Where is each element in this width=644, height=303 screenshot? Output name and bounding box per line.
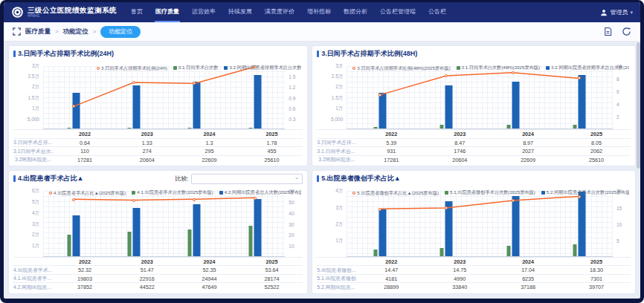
compare-label: 比较: (175, 175, 188, 183)
right-axis-tick: 4 (616, 102, 619, 107)
table-row: 2022202320242025 (317, 257, 631, 266)
legend-item[interactable]: 4.1.出院患者手术台次数(2025发布版) (132, 189, 213, 196)
table-row: 2022202320242025 (317, 129, 631, 138)
right-axis: 108642 (613, 66, 631, 129)
left-axis-tick: 2.5万 (28, 74, 39, 80)
left-axis-tick: 6万 (32, 188, 39, 195)
right-axis-tick: 50 (289, 200, 294, 205)
breadcrumb-item-function-positioning[interactable]: 功能定位 (63, 27, 88, 36)
chart-panel-discharged-surgery-ratio: 4.出院患者手术占比▲ 比较: ⌄ 4.出院患者手术占比▲(2025发布版)4.… (8, 170, 308, 294)
left-axis: 6万5万4万3万2万1万 (13, 191, 43, 257)
nav-item-medical-quality[interactable]: 医疗质量 (155, 2, 180, 22)
nav-item-bulletin-admin[interactable]: 公告栏管理端 (379, 2, 416, 22)
row-label: 4.出院患者手术... (13, 267, 54, 274)
line-data-point (445, 206, 448, 209)
right-axis-tick: 15 (616, 205, 622, 210)
row-label: 3.1日间手术台次... (13, 148, 54, 155)
bar-series-marker (132, 191, 135, 195)
nav-item-data-analysis[interactable]: 数据分析 (343, 2, 368, 22)
legend-item[interactable]: 3.日间手术占排期手术比例(24H) (97, 65, 167, 72)
legend-item[interactable]: 5.2.同期出院患者手术台次数(2025发布版)(含介入操作) (541, 189, 629, 196)
legend-label: 3.日间手术占排期手术比例(24H) (101, 65, 167, 72)
breadcrumb-separator: > (93, 28, 97, 35)
chart-legend: 3.日间手术占排期手术比例(24H)3.1.日间手术台次数3.2.同期出院患者排… (43, 59, 301, 73)
chart-panel-day-surgery-48h: 3.日间手术占排期手术比例(48H) 3.日间手术占排期手术比例(48H)(20… (312, 45, 636, 166)
legend-item[interactable]: 5.1.出院患者微创手术台次数(2025发布版) (445, 189, 535, 196)
nav-item-sustainable-development[interactable]: 持续发展 (228, 2, 253, 22)
fullscreen-icon[interactable] (13, 27, 21, 36)
table-cell: 52522 (241, 284, 303, 290)
legend-item[interactable]: 4.2.同期出院患者总人次数(2025发布版) (219, 189, 302, 196)
nav-item-operation-efficiency[interactable]: 运营效率 (191, 2, 216, 22)
left-axis-tick: 2万 (32, 84, 39, 91)
table-cell: 2022 (54, 131, 116, 137)
table-cell: 2062 (562, 148, 631, 154)
table-cell: 1.33 (116, 140, 178, 146)
table-cell: 2023 (425, 131, 494, 137)
table-cell: 52.32 (54, 267, 116, 273)
chart-title: 3.日间手术占排期手术比例(24H) (18, 49, 114, 59)
table-cell: 22609 (178, 157, 241, 163)
scrollbar-thumb[interactable] (637, 42, 640, 169)
table-cell: 4181 (357, 276, 425, 282)
chart-legend: 4.出院患者手术占比▲(2025发布版)4.1.出院患者手术台次数(2025发布… (43, 184, 301, 198)
nav-item-home[interactable]: 首页 (130, 2, 144, 22)
left-axis-tick: 2万 (32, 232, 39, 238)
legend-item[interactable]: 3.1.日间手术台次数(48H)(2025发布版) (457, 65, 541, 71)
user-menu[interactable]: 管理员 ▾ (600, 8, 633, 16)
line-data-point (193, 198, 196, 201)
chart-data-table: 20222023202420253.日间手术占排...0.641.331.31.… (13, 129, 303, 163)
left-axis-tick: 2万 (335, 84, 343, 91)
legend-item[interactable]: 3.1.日间手术台次数 (173, 65, 219, 71)
main-nav: 首页 医疗质量 运营效率 持续发展 满意度评价 增补指标 数据分析 公告栏管理端… (130, 2, 447, 22)
table-cell: 28899 (357, 284, 425, 290)
legend-item[interactable]: 5.出院患者微创手术占比▲(2025发布版) (352, 190, 439, 197)
legend-item[interactable]: 3.2.同期出院患者排期手术总台次数(2025发布版) (546, 65, 629, 71)
refresh-icon[interactable] (622, 27, 631, 36)
plot-area (43, 191, 285, 257)
table-row: 3.2同期出院患...17281206042260925610 (317, 155, 631, 164)
table-row: 5.2.同期出院患...28899338403718839707 (317, 282, 631, 291)
chart-area: 3.日间手术占排期手术比例(48H)(2025发布版)3.1.日间手术台次数(4… (317, 59, 631, 129)
vertical-scrollbar[interactable] (637, 42, 640, 294)
bar-series-marker (445, 191, 448, 195)
chart-panel-minimally-invasive-ratio: 5.出院患者微创手术占比▲ 5.出院患者微创手术占比▲(2025发布版)5.1.… (312, 170, 636, 294)
table-cell: 39707 (562, 284, 631, 290)
left-axis: 3万2.5万2万1.5万1万5,000 (317, 66, 347, 129)
breadcrumb-item-medical-quality[interactable]: 医疗质量 (25, 27, 51, 36)
right-axis: 605040302010 (285, 191, 303, 257)
right-axis-tick: 5 (616, 238, 619, 243)
right-axis-tick: 20 (289, 232, 294, 238)
export-document-icon[interactable] (603, 27, 613, 36)
table-cell: 25610 (241, 157, 303, 163)
legend-label: 3.1.日间手术台次数(48H)(2025发布版) (462, 65, 541, 71)
chart-area: 5.出院患者微创手术占比▲(2025发布版)5.1.出院患者微创手术台次数(20… (317, 184, 631, 257)
right-axis-tick: 6 (616, 89, 619, 94)
right-axis-tick: 8 (616, 76, 619, 82)
table-cell: 14.47 (357, 267, 425, 273)
table-cell: 2027 (494, 148, 562, 154)
table-cell: 37852 (54, 284, 116, 290)
nav-item-satisfaction[interactable]: 满意度评价 (264, 2, 295, 22)
left-axis-tick: 3万 (32, 221, 39, 227)
table-cell: 2025 (241, 131, 303, 137)
app-title: 三级公立医院绩效监测系统 (28, 7, 117, 14)
line-data-point (132, 199, 135, 202)
nav-item-supplementary-indicators[interactable]: 增补指标 (306, 2, 332, 22)
line-data-point (379, 94, 381, 97)
row-label: 3.1.日间手术台... (317, 148, 357, 155)
left-axis-tick: 2.5万 (332, 74, 344, 80)
right-axis-tick: 0.9 (289, 95, 295, 100)
legend-item[interactable]: 3.2.同期出院患者排期手术总台次数 (224, 65, 301, 71)
function-positioning-tab[interactable]: 功能定位 (100, 26, 141, 38)
right-axis-tick: 30 (289, 221, 294, 227)
compare-select[interactable]: ⌄ (191, 174, 303, 184)
bar-series-marker (173, 66, 177, 70)
line-series (347, 66, 613, 128)
nav-item-bulletin[interactable]: 公告栏 (428, 2, 447, 22)
left-axis-tick: 1.5万 (332, 94, 344, 101)
legend-item[interactable]: 4.出院患者手术占比▲(2025发布版) (49, 190, 126, 197)
legend-label: 5.1.出院患者微创手术台次数(2025发布版) (450, 189, 535, 196)
table-cell: 2023 (116, 131, 178, 137)
legend-item[interactable]: 3.日间手术占排期手术比例(48H)(2025发布版) (352, 65, 450, 72)
